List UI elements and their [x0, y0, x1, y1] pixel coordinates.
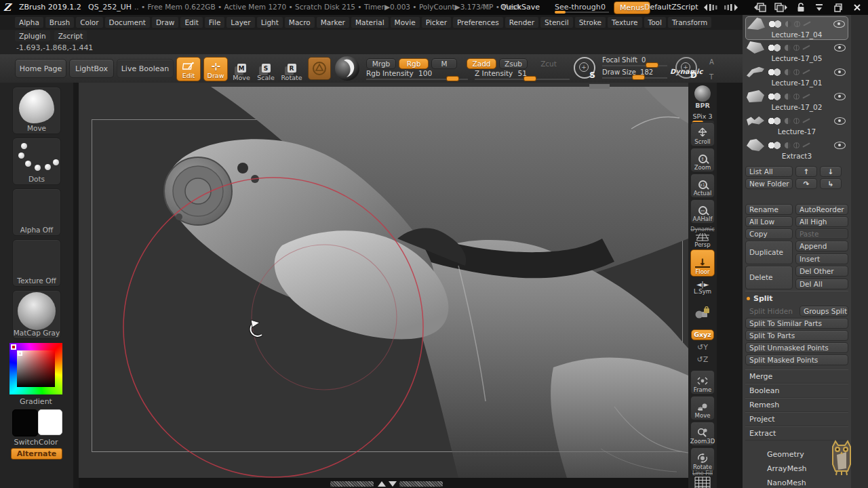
canvas-viewport[interactable]: [79, 83, 688, 478]
color-saturation-square[interactable]: [17, 350, 55, 387]
restore-icon[interactable]: [833, 2, 844, 13]
gz-rotate-button[interactable]: ↺Z: [690, 355, 715, 364]
default-zscript-button[interactable]: DefaultZScript: [644, 3, 698, 12]
move-3d-button[interactable]: Move: [690, 396, 715, 420]
close-icon[interactable]: [852, 2, 863, 13]
edit-button[interactable]: Edit: [176, 57, 201, 81]
tool-selector[interactable]: Move: [12, 87, 61, 134]
rotate-mode-button[interactable]: R Rotate: [279, 57, 304, 81]
gxyz-button[interactable]: Gxyz: [691, 329, 714, 340]
main-color-swatch[interactable]: [12, 409, 38, 436]
fold-button[interactable]: ↷: [795, 178, 817, 189]
unfold-button[interactable]: ↳: [820, 178, 842, 189]
menu-picker[interactable]: Picker: [422, 17, 451, 28]
visibility-eye-icon[interactable]: [834, 142, 846, 149]
subtool-item[interactable]: Extract3: [745, 138, 848, 162]
subtool-item[interactable]: Lecture-17: [745, 114, 848, 138]
menu-macro[interactable]: Macro: [285, 17, 315, 28]
menu-color[interactable]: Color: [76, 17, 102, 28]
stroke-selector[interactable]: Dots: [12, 138, 61, 185]
subtool-item[interactable]: Lecture-17_01: [745, 65, 848, 89]
visibility-eye-icon[interactable]: [834, 44, 846, 52]
all-high-button[interactable]: All High: [795, 216, 848, 227]
polypaint-dots-icon[interactable]: [768, 20, 783, 28]
all-low-button[interactable]: All Low: [745, 216, 793, 227]
current-brush-tile[interactable]: [308, 57, 331, 80]
menu-marker[interactable]: Marker: [317, 17, 349, 28]
alpha-selector[interactable]: Alpha Off: [12, 188, 61, 236]
subtool-item[interactable]: Lecture-17_04: [745, 16, 848, 40]
alpha-picker[interactable]: + D: [675, 57, 697, 79]
insert-button[interactable]: Insert: [795, 253, 848, 264]
subtool-down-button[interactable]: ↓: [820, 166, 842, 177]
line-fill-button[interactable]: Line Fill: [690, 470, 715, 488]
menu-draw[interactable]: Draw: [152, 17, 178, 28]
zadd-button[interactable]: Zadd: [467, 58, 496, 69]
boolean-section[interactable]: Boolean: [745, 384, 848, 398]
stroke-picker[interactable]: + S: [574, 57, 595, 79]
split-hidden-button[interactable]: Split Hidden: [745, 306, 797, 317]
visibility-eye-icon[interactable]: [834, 68, 846, 76]
rotate-3d-button[interactable]: Rotate: [690, 447, 715, 472]
lock-icon[interactable]: [795, 2, 806, 13]
focal-shift-thumb[interactable]: [646, 62, 658, 68]
h-scrollbar-right[interactable]: [399, 481, 443, 487]
paste-document-icon[interactable]: [773, 2, 789, 13]
project-section[interactable]: Project: [745, 412, 848, 426]
see-through-slider-thumb[interactable]: [555, 11, 566, 14]
menu-document[interactable]: Document: [105, 17, 150, 28]
copy-document-icon[interactable]: [751, 2, 768, 13]
zoom-3d-button[interactable]: Zoom3D: [690, 422, 715, 446]
actual-button[interactable]: x1 Actual: [690, 174, 715, 198]
z-intensity-thumb[interactable]: [524, 76, 536, 81]
split-section-header[interactable]: Split: [745, 291, 848, 304]
menu-light[interactable]: Light: [257, 17, 283, 28]
scale-mode-button[interactable]: S Scale: [255, 57, 277, 81]
groups-split-button[interactable]: Groups Split: [800, 306, 848, 317]
menu-stroke[interactable]: Stroke: [575, 17, 606, 28]
append-button[interactable]: Append: [795, 241, 848, 251]
subtool-up-button[interactable]: ↑: [795, 166, 817, 177]
pressure-left-icon[interactable]: [700, 2, 720, 13]
menu-file[interactable]: File: [205, 17, 225, 28]
menu-preferences[interactable]: Preferences: [453, 17, 503, 28]
gradient-label[interactable]: Gradient: [0, 397, 72, 406]
alternate-button[interactable]: Alternate: [11, 448, 62, 460]
autoreorder-button[interactable]: AutoReorder: [795, 204, 848, 215]
material-selector[interactable]: MatCap Gray: [12, 290, 61, 339]
menu-movie[interactable]: Movie: [391, 17, 420, 28]
menu-texture[interactable]: Texture: [608, 17, 642, 28]
camera-lock-button[interactable]: [690, 306, 715, 320]
paste-button[interactable]: Paste: [795, 228, 848, 239]
menu-tool[interactable]: Tool: [644, 17, 666, 28]
scroll-up-arrow-icon[interactable]: [378, 481, 386, 487]
bpr-button[interactable]: BPR: [690, 85, 715, 109]
split-masked-points-button[interactable]: Split Masked Points: [745, 354, 848, 365]
color-picker[interactable]: [9, 343, 62, 394]
mrgb-button[interactable]: Mrgb: [366, 58, 396, 69]
rgb-button[interactable]: Rgb: [399, 58, 429, 69]
delete-button[interactable]: Delete: [745, 266, 793, 289]
menu-layer[interactable]: Layer: [226, 17, 254, 28]
zcut-button[interactable]: Zcut: [536, 58, 561, 69]
top-scrollbar-thumb[interactable]: [589, 84, 610, 89]
polypaint-dots-icon[interactable]: [767, 117, 782, 125]
polypaint-dots-icon[interactable]: [767, 93, 782, 100]
menu-transform[interactable]: Transform: [668, 17, 711, 28]
frame-button[interactable]: Frame: [690, 370, 715, 394]
menu-brush[interactable]: Brush: [45, 17, 74, 28]
menu-material[interactable]: Material: [351, 17, 389, 28]
menu-stencil[interactable]: Stencil: [540, 17, 573, 28]
subtool-item[interactable]: Lecture-17_02: [745, 89, 848, 113]
minimize-icon[interactable]: [814, 2, 825, 13]
zsub-button[interactable]: Zsub: [499, 58, 528, 69]
gy-rotate-button[interactable]: ↺Y: [690, 343, 715, 352]
scroll-button[interactable]: Scroll: [690, 122, 715, 146]
scroll-down-arrow-icon[interactable]: [389, 481, 397, 487]
menu-zscript[interactable]: Zscript: [54, 30, 87, 41]
h-scrollbar-left[interactable]: [330, 481, 374, 487]
zoom-button[interactable]: ↕ Zoom: [690, 148, 715, 172]
visibility-eye-icon[interactable]: [833, 20, 845, 28]
quicksave-button[interactable]: QuickSave: [500, 3, 540, 12]
home-page-button[interactable]: Home Page: [15, 59, 66, 78]
